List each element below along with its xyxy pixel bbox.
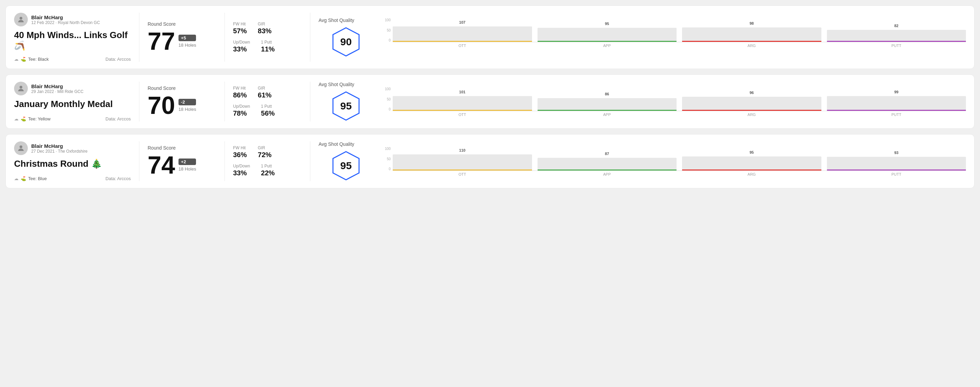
quality-section: Avg Shot Quality 90: [318, 13, 374, 62]
user-info: Blair McHarg 12 Feb 2022 · Royal North D…: [14, 13, 131, 26]
stat-updown-label: Up/Down: [233, 104, 250, 109]
stat-updown-label: Up/Down: [233, 40, 250, 44]
divider: [310, 141, 310, 181]
score-section: Round Score 77 +5 18 Holes: [148, 13, 216, 62]
user-details: Blair McHarg 12 Feb 2022 · Royal North D…: [31, 14, 100, 25]
data-source: Data: Arccos: [105, 176, 131, 181]
weather-icon: ☁: [14, 57, 19, 62]
stat-oneputt-value: 11%: [261, 45, 275, 53]
divider: [310, 82, 310, 121]
score-row: 74 +2 18 Holes: [148, 153, 216, 178]
quality-label: Avg Shot Quality: [318, 82, 354, 87]
weather-icon: ☁: [14, 176, 19, 181]
user-icon: [17, 16, 25, 24]
stat-fw-hit: FW Hit 57%: [233, 22, 247, 35]
bag-icon: ⛳: [21, 176, 26, 181]
divider: [224, 82, 225, 121]
stat-updown: Up/Down 33%: [233, 40, 250, 53]
divider: [139, 141, 139, 181]
card-left-section: Blair McHarg 29 Jan 2022 · Mill Ride GCC…: [14, 82, 131, 121]
stat-oneputt: 1 Putt 22%: [261, 163, 275, 177]
score-row: 70 -2 18 Holes: [148, 93, 216, 118]
tee-label: Tee: Yellow: [28, 116, 51, 121]
score-section: Round Score 74 +2 18 Holes: [148, 141, 216, 181]
chart-section: 100 50 0 110 87 95: [374, 141, 966, 181]
score-label: Round Score: [148, 21, 216, 27]
tee-label: Tee: Blue: [28, 176, 47, 181]
stats-row-bottom: Up/Down 33% 1 Putt 22%: [233, 163, 302, 177]
tee-info: ☁ ⛳ Tee: Black: [14, 57, 49, 62]
round-title: January Monthly Medal: [14, 99, 131, 109]
user-name: Blair McHarg: [31, 143, 88, 149]
data-source: Data: Arccos: [105, 57, 131, 62]
stat-updown-label: Up/Down: [233, 163, 250, 168]
score-label: Round Score: [148, 145, 216, 151]
stat-gir-label: GIR: [258, 22, 272, 26]
score-number: 74: [148, 153, 175, 178]
footer-info: ☁ ⛳ Tee: Black Data: Arccos: [14, 57, 131, 62]
user-name: Blair McHarg: [31, 14, 100, 20]
score-label: Round Score: [148, 86, 216, 91]
quality-section: Avg Shot Quality 95: [318, 141, 374, 181]
stat-gir: GIR 72%: [258, 146, 272, 159]
stats-row-bottom: Up/Down 33% 1 Putt 11%: [233, 40, 302, 53]
stat-oneputt-value: 22%: [261, 169, 275, 177]
footer-info: ☁ ⛳ Tee: Yellow Data: Arccos: [14, 116, 131, 121]
stat-gir-value: 72%: [258, 151, 272, 159]
stats-row-top: FW Hit 57% GIR 83%: [233, 22, 302, 35]
user-icon: [17, 144, 25, 152]
stat-updown-value: 78%: [233, 109, 250, 117]
holes-label: 18 Holes: [178, 107, 196, 112]
round-title: Christmas Round 🎄: [14, 159, 131, 169]
score-number: 70: [148, 93, 175, 118]
stat-fw-hit-value: 36%: [233, 151, 247, 159]
score-badge: +2: [178, 159, 196, 165]
chart-section: 100 50 0 107 95 98: [374, 13, 966, 62]
stat-fw-hit-label: FW Hit: [233, 86, 247, 90]
stat-gir-value: 83%: [258, 27, 272, 35]
hexagon-container: 95: [331, 150, 361, 181]
stats-section: FW Hit 57% GIR 83% Up/Down 33% 1 Putt: [233, 13, 302, 62]
tee-info: ☁ ⛳ Tee: Blue: [14, 176, 47, 181]
user-name: Blair McHarg: [31, 83, 83, 89]
user-date: 27 Dec 2021 · The Oxfordshire: [31, 149, 88, 154]
stats-row-bottom: Up/Down 78% 1 Putt 56%: [233, 104, 302, 117]
stats-row-top: FW Hit 86% GIR 61%: [233, 86, 302, 99]
score-badge: -2: [178, 99, 196, 105]
user-details: Blair McHarg 29 Jan 2022 · Mill Ride GCC: [31, 83, 83, 94]
data-source: Data: Arccos: [105, 116, 131, 121]
avatar: [14, 141, 28, 155]
footer-info: ☁ ⛳ Tee: Blue Data: Arccos: [14, 176, 131, 181]
score-details: -2 18 Holes: [178, 99, 196, 112]
user-icon: [17, 84, 25, 93]
stat-gir-label: GIR: [258, 146, 272, 150]
divider: [310, 13, 310, 62]
bag-icon: ⛳: [21, 57, 26, 62]
quality-label: Avg Shot Quality: [318, 141, 354, 147]
stat-updown: Up/Down 78%: [233, 104, 250, 117]
quality-section: Avg Shot Quality 95: [318, 82, 374, 121]
user-info: Blair McHarg 27 Dec 2021 · The Oxfordshi…: [14, 141, 131, 155]
stats-section: FW Hit 86% GIR 61% Up/Down 78% 1 Putt: [233, 82, 302, 121]
score-row: 77 +5 18 Holes: [148, 29, 216, 54]
chart-section: 100 50 0 101 86 96: [374, 82, 966, 121]
divider: [139, 13, 139, 62]
avatar: [14, 13, 28, 26]
stat-updown-value: 33%: [233, 45, 250, 53]
round-card: Blair McHarg 12 Feb 2022 · Royal North D…: [5, 5, 975, 69]
tee-info: ☁ ⛳ Tee: Yellow: [14, 116, 51, 121]
score-section: Round Score 70 -2 18 Holes: [148, 82, 216, 121]
holes-label: 18 Holes: [178, 167, 196, 171]
hexagon-container: 95: [331, 90, 361, 121]
quality-score: 95: [340, 160, 352, 171]
stat-oneputt-label: 1 Putt: [261, 104, 275, 109]
tee-label: Tee: Black: [28, 57, 49, 62]
card-left-section: Blair McHarg 12 Feb 2022 · Royal North D…: [14, 13, 131, 62]
divider: [139, 82, 139, 121]
stat-fw-hit-value: 86%: [233, 91, 247, 99]
svg-point-4: [19, 146, 22, 148]
stat-fw-hit-label: FW Hit: [233, 22, 247, 26]
divider: [224, 13, 225, 62]
stat-fw-hit-value: 57%: [233, 27, 247, 35]
score-number: 77: [148, 29, 175, 54]
